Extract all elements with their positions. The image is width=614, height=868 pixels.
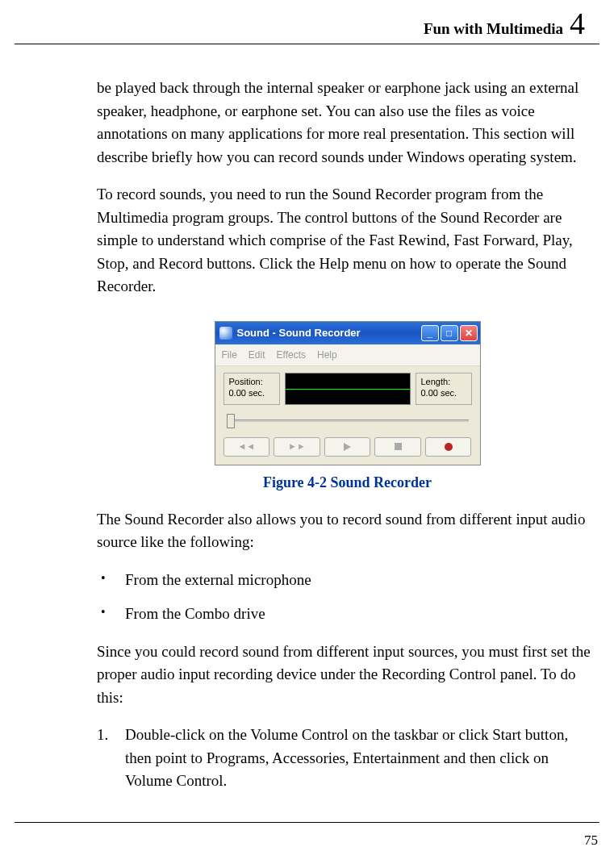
figure-caption: Figure 4-2 Sound Recorder	[97, 472, 598, 494]
menu-effects[interactable]: Effects	[277, 348, 306, 362]
footer-rule	[15, 822, 599, 823]
minimize-button[interactable]: _	[421, 325, 439, 341]
bullet-text: From the external microphone	[125, 569, 311, 592]
record-button[interactable]	[425, 437, 472, 457]
forward-button[interactable]: ►►	[274, 437, 320, 457]
menu-file[interactable]: File	[222, 348, 237, 362]
bullet-list: • From the external microphone • From th…	[97, 569, 598, 626]
paragraph: Since you could record sound from differ…	[97, 641, 598, 710]
chapter-number: 4	[570, 8, 585, 39]
menu-help[interactable]: Help	[317, 348, 337, 362]
play-icon	[344, 443, 351, 451]
seek-slider[interactable]	[223, 411, 472, 431]
position-readout: Position: 0.00 sec.	[223, 373, 280, 405]
rewind-button[interactable]: ◄◄	[223, 437, 270, 457]
menu-edit[interactable]: Edit	[249, 348, 265, 362]
list-item: 1. Double-click on the Volume Control on…	[97, 724, 598, 793]
slider-thumb[interactable]	[227, 414, 235, 428]
readouts-row: Position: 0.00 sec. Length: 0.00 sec.	[223, 373, 472, 405]
paragraph: To record sounds, you need to run the So…	[97, 183, 598, 298]
paragraph: be played back through the internal spea…	[97, 77, 598, 169]
menubar: File Edit Effects Help	[215, 344, 480, 366]
list-item: • From the external microphone	[101, 569, 598, 592]
app-body: Position: 0.00 sec. Length: 0.00 sec.	[215, 366, 480, 465]
paragraph: The Sound Recorder also allows you to re…	[97, 508, 598, 554]
step-text: Double-click on the Volume Control on th…	[125, 724, 598, 793]
step-number: 1.	[97, 724, 125, 793]
waveform-display	[285, 373, 411, 405]
titlebar[interactable]: Sound - Sound Recorder _ □ ✕	[215, 322, 480, 344]
maximize-button[interactable]: □	[441, 325, 458, 341]
length-value: 0.00 sec.	[421, 387, 466, 399]
figure-sound-recorder: Sound - Sound Recorder _ □ ✕ File Edit E…	[97, 321, 598, 465]
header-title: Fun with Multimedia	[424, 20, 563, 38]
stop-icon	[395, 443, 402, 450]
bullet-icon: •	[101, 569, 125, 592]
sound-recorder-window: Sound - Sound Recorder _ □ ✕ File Edit E…	[215, 321, 481, 465]
position-value: 0.00 sec.	[229, 387, 274, 399]
transport-controls: ◄◄ ►►	[223, 437, 472, 457]
window-title: Sound - Sound Recorder	[237, 325, 420, 341]
stop-button[interactable]	[374, 437, 421, 457]
bullet-text: From the Combo drive	[125, 603, 265, 626]
page-content: be played back through the internal spea…	[0, 44, 614, 793]
length-readout: Length: 0.00 sec.	[416, 373, 472, 405]
play-button[interactable]	[324, 437, 371, 457]
page-number: 75	[584, 833, 598, 849]
list-item: • From the Combo drive	[101, 603, 598, 626]
numbered-list: 1. Double-click on the Volume Control on…	[97, 724, 598, 793]
length-label: Length:	[421, 376, 466, 387]
close-button[interactable]: ✕	[460, 325, 478, 341]
position-label: Position:	[229, 376, 274, 387]
bullet-icon: •	[101, 603, 125, 626]
slider-rail	[227, 419, 469, 422]
waveform-line	[286, 389, 410, 390]
page-header: Fun with Multimedia 4	[15, 0, 599, 44]
app-icon	[219, 327, 232, 340]
record-icon	[445, 443, 453, 451]
